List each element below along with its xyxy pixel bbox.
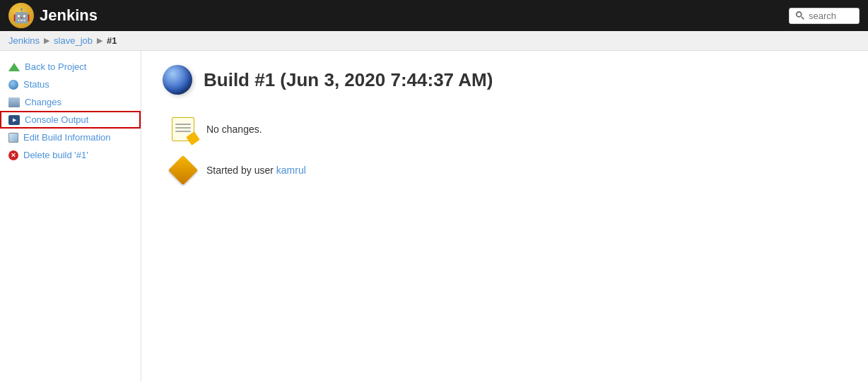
arrow-up-icon <box>8 63 20 71</box>
changes-icon <box>8 97 20 107</box>
breadcrumb-current: #1 <box>107 35 117 46</box>
build-status-ball <box>163 65 192 95</box>
started-by-icon <box>170 157 197 184</box>
status-icon <box>8 80 18 90</box>
no-changes-icon <box>170 116 197 143</box>
breadcrumb-sep-1: ▶ <box>44 36 49 45</box>
jenkins-avatar-icon: 🤖 <box>8 3 34 28</box>
breadcrumb: Jenkins ▶ slave_job ▶ #1 <box>0 31 868 51</box>
sidebar-item-edit-build-info-label: Edit Build Information <box>23 132 111 143</box>
jenkins-logo[interactable]: 🤖 Jenkins <box>8 3 98 28</box>
notepad-line-1 <box>175 124 191 125</box>
console-icon <box>8 115 20 125</box>
build-title-row: Build #1 (Jun 3, 2020 7:44:37 AM) <box>163 65 847 95</box>
edit-icon <box>8 133 18 143</box>
layout: Back to Project Status Changes Console O… <box>0 51 868 381</box>
sidebar-item-console-output-label: Console Output <box>25 114 88 125</box>
started-by-user-link[interactable]: kamrul <box>276 165 306 176</box>
diamond-shape <box>168 155 198 185</box>
notepad-shape <box>172 117 194 141</box>
notepad-line-3 <box>175 131 191 132</box>
header-title: Jenkins <box>40 6 98 25</box>
breadcrumb-jenkins[interactable]: Jenkins <box>8 35 40 46</box>
search-container <box>789 8 860 24</box>
breadcrumb-slave-job[interactable]: slave_job <box>54 35 93 46</box>
breadcrumb-sep-2: ▶ <box>97 36 102 45</box>
search-input[interactable] <box>809 11 851 21</box>
svg-point-0 <box>797 12 802 17</box>
sidebar: Back to Project Status Changes Console O… <box>0 51 141 381</box>
main-content: Build #1 (Jun 3, 2020 7:44:37 AM) No cha… <box>141 51 868 381</box>
sidebar-item-delete-build[interactable]: Delete build '#1' <box>0 146 141 164</box>
started-by-row: Started by user kamrul <box>170 157 847 184</box>
notepad-line-2 <box>175 127 191 129</box>
build-heading: Build #1 (Jun 3, 2020 7:44:37 AM) <box>204 69 493 91</box>
sidebar-item-status[interactable]: Status <box>0 76 141 93</box>
search-icon <box>795 11 805 20</box>
sidebar-item-status-label: Status <box>23 79 49 90</box>
started-by-text: Started by user kamrul <box>206 165 306 176</box>
sidebar-item-changes[interactable]: Changes <box>0 93 141 111</box>
sidebar-item-back-to-project[interactable]: Back to Project <box>0 58 141 76</box>
no-changes-text: No changes. <box>206 124 262 135</box>
started-by-prefix: Started by user <box>206 165 276 176</box>
svg-line-1 <box>802 17 804 20</box>
header: 🤖 Jenkins <box>0 0 868 31</box>
sidebar-item-edit-build-info[interactable]: Edit Build Information <box>0 129 141 146</box>
sidebar-item-console-output[interactable]: Console Output <box>0 111 141 129</box>
delete-icon <box>8 150 18 160</box>
no-changes-row: No changes. <box>170 116 847 143</box>
sidebar-item-changes-label: Changes <box>25 97 61 107</box>
sidebar-item-delete-build-label: Delete build '#1' <box>23 150 88 160</box>
build-info-section: No changes. Started by user kamrul <box>170 116 847 184</box>
sidebar-item-back-to-project-label: Back to Project <box>25 61 86 72</box>
